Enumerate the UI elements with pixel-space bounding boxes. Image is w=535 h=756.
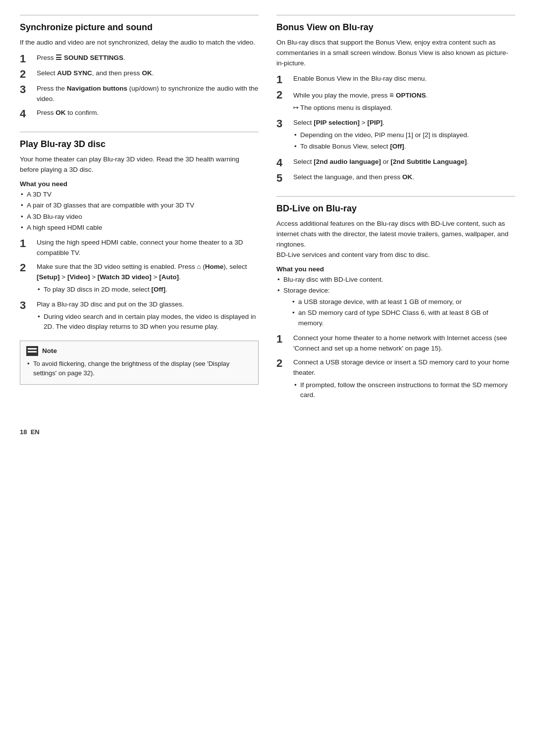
sync-step-4: 4 Press OK to confirm. — [20, 108, 259, 120]
list-item: The options menu is displayed. — [293, 103, 515, 113]
step-number: 2 — [276, 357, 290, 369]
step-number: 3 — [276, 118, 290, 130]
note-header: Note — [26, 346, 252, 356]
bluray3d-intro: Your home theater can play Blu-ray 3D vi… — [20, 154, 259, 175]
list-item: To avoid flickering, change the brightne… — [26, 359, 252, 378]
sync-section: Synchronize picture and sound If the aud… — [20, 15, 259, 120]
list-item: To disable Bonus View, select [Off]. — [293, 142, 515, 151]
note-box: Note To avoid flickering, change the bri… — [20, 341, 259, 385]
bdlive-intro: Access additional features on the Blu-ra… — [276, 219, 515, 260]
step-content: Select the language, and then press OK. — [293, 172, 515, 183]
step-bold: [PIP] — [367, 119, 382, 126]
list-item: A high speed HDMI cable — [20, 223, 259, 233]
note-list: To avoid flickering, change the brightne… — [26, 359, 252, 378]
list-item: a USB storage device, with at least 1 GB… — [291, 297, 515, 307]
step-content: While you play the movie, press ≡ OPTION… — [293, 89, 515, 114]
3d-step-2: 2 Make sure that the 3D video setting is… — [20, 262, 259, 296]
step-number: 1 — [276, 333, 290, 345]
step-number: 3 — [20, 84, 34, 96]
step-bold: SOUND SETTINGS — [64, 54, 123, 61]
sync-step-1: 1 Press ☰ SOUND SETTINGS. — [20, 53, 259, 65]
bv-step-5: 5 Select the language, and then press OK… — [276, 172, 515, 184]
list-item: A 3D Blu-ray video — [20, 212, 259, 222]
bonusview-intro: On Blu-ray discs that support the Bonus … — [276, 38, 515, 69]
step-bold: AUD SYNC — [57, 69, 92, 77]
bdlive-section: BD-Live on Blu-ray Access additional fea… — [276, 196, 515, 402]
step-bold: [2nd audio language] — [314, 158, 381, 165]
step-bold: OK — [55, 109, 65, 116]
step-number: 2 — [20, 262, 34, 274]
step-number: 1 — [276, 74, 290, 86]
list-item: an SD memory card of type SDHC Class 6, … — [291, 308, 515, 328]
list-item: During video search and in certain play … — [37, 312, 259, 332]
step-content: Press ☰ SOUND SETTINGS. — [37, 53, 259, 63]
list-item: Storage device: a USB storage device, wi… — [276, 286, 515, 328]
left-column: Synchronize picture and sound If the aud… — [20, 15, 259, 413]
home-icon: ⌂ — [197, 263, 201, 270]
sync-title: Synchronize picture and sound — [20, 22, 259, 33]
bv-step-4: 4 Select [2nd audio language] or [2nd Su… — [276, 157, 515, 169]
list-item: A 3D TV — [20, 190, 259, 200]
note-label: Note — [42, 347, 57, 354]
step-number: 1 — [20, 238, 34, 250]
note-icon — [26, 346, 38, 356]
bonusview-section: Bonus View on Blu-ray On Blu-ray discs t… — [276, 15, 515, 184]
requirements-list: Blu-ray disc with BD-Live content. Stora… — [276, 275, 515, 328]
step-bold: OK — [142, 69, 152, 77]
step-content: Play a Blu-ray 3D disc and put on the 3D… — [37, 300, 259, 333]
step-content: Connect a USB storage device or insert a… — [293, 357, 515, 402]
page-language: EN — [31, 428, 40, 436]
step-number: 1 — [20, 53, 34, 65]
arrow-bullet-list: The options menu is displayed. — [293, 103, 515, 113]
step-content: Select [PIP selection] > [PIP]. Dependin… — [293, 118, 515, 153]
step-bold: [Off] — [152, 286, 165, 293]
list-item: To play 3D discs in 2D mode, select [Off… — [37, 285, 259, 295]
right-column: Bonus View on Blu-ray On Blu-ray discs t… — [276, 15, 515, 413]
nested-list: a USB storage device, with at least 1 GB… — [291, 297, 515, 328]
note-content: To avoid flickering, change the brightne… — [26, 359, 252, 378]
step-bold: Navigation buttons — [67, 85, 127, 92]
step-number: 5 — [276, 172, 290, 184]
bd-step-1: 1 Connect your home theater to a home ne… — [276, 333, 515, 354]
step-bold: [PIP selection] — [314, 119, 360, 126]
step-bold: [Video] — [67, 273, 90, 281]
step-number: 2 — [20, 68, 34, 80]
step-content: Enable Bonus View in the Blu-ray disc me… — [293, 74, 515, 84]
step-bold: OK — [402, 173, 412, 181]
sub-bullet-list: Depending on the video, PIP menu [1] or … — [293, 130, 515, 152]
step-bold: [Watch 3D video] — [98, 273, 152, 281]
list-item: A pair of 3D glasses that are compatible… — [20, 201, 259, 210]
step-number: 3 — [20, 300, 34, 311]
bv-step-3: 3 Select [PIP selection] > [PIP]. Depend… — [276, 118, 515, 153]
options-icon: ≡ — [389, 91, 394, 99]
bluray3d-section: Play Blu-ray 3D disc Your home theater c… — [20, 132, 259, 384]
step-bold: [Setup] — [37, 273, 60, 281]
sync-step-2: 2 Select AUD SYNC, and then press OK. — [20, 68, 259, 80]
3d-step-1: 1 Using the high speed HDMI cable, conne… — [20, 238, 259, 258]
step-number: 4 — [20, 108, 34, 120]
step-bold: [2nd Subtitle Language] — [391, 158, 467, 165]
step-content: Select [2nd audio language] or [2nd Subt… — [293, 157, 515, 167]
list-item: If prompted, follow the onscreen instruc… — [293, 380, 515, 401]
sync-intro: If the audio and video are not synchroni… — [20, 38, 259, 48]
bdlive-title: BD-Live on Blu-ray — [276, 203, 515, 214]
requirements-list: A 3D TV A pair of 3D glasses that are co… — [20, 190, 259, 233]
sub-bullet-list: If prompted, follow the onscreen instruc… — [293, 380, 515, 401]
bd-step-2: 2 Connect a USB storage device or insert… — [276, 357, 515, 402]
bonusview-title: Bonus View on Blu-ray — [276, 22, 515, 33]
step-bold: Home — [205, 263, 224, 270]
step-bold: [Off] — [390, 143, 404, 150]
list-item: Depending on the video, PIP menu [1] or … — [293, 130, 515, 140]
step-content: Select AUD SYNC, and then press OK. — [37, 68, 259, 79]
bv-step-2: 2 While you play the movie, press ≡ OPTI… — [276, 89, 515, 114]
what-you-need-label: What you need — [20, 180, 259, 188]
step-number: 4 — [276, 157, 290, 169]
page-layout: Synchronize picture and sound If the aud… — [20, 15, 515, 413]
step-content: Press OK to confirm. — [37, 108, 259, 118]
what-you-need-label: What you need — [276, 265, 515, 273]
page-footer: 18 EN — [20, 428, 515, 436]
3d-step-3: 3 Play a Blu-ray 3D disc and put on the … — [20, 300, 259, 333]
page-number: 18 — [20, 428, 27, 436]
bv-step-1: 1 Enable Bonus View in the Blu-ray disc … — [276, 74, 515, 86]
step-number: 2 — [276, 89, 290, 101]
